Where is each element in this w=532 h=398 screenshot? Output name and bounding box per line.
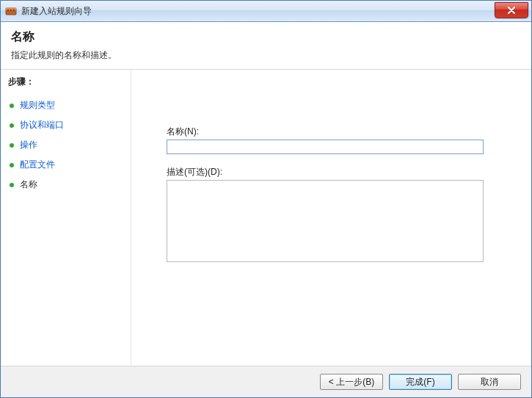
description-label: 描述(可选)(D): xyxy=(167,166,511,178)
main-panel: 名称(N): 描述(可选)(D): xyxy=(131,70,531,366)
titlebar: 新建入站规则向导 xyxy=(1,1,531,22)
finish-button[interactable]: 完成(F) xyxy=(389,374,452,390)
svg-rect-2 xyxy=(7,10,9,11)
steps-list: 规则类型 协议和端口 操作 配置文件 名称 xyxy=(8,95,123,195)
page-title: 名称 xyxy=(11,29,521,45)
step-label: 规则类型 xyxy=(20,99,55,112)
name-input[interactable] xyxy=(167,140,484,154)
wizard-body: 步骤： 规则类型 协议和端口 操作 配置文件 xyxy=(1,70,531,366)
back-button[interactable]: < 上一步(B) xyxy=(320,374,383,390)
name-label: 名称(N): xyxy=(167,126,511,138)
svg-rect-3 xyxy=(10,10,12,11)
step-rule-type[interactable]: 规则类型 xyxy=(8,95,123,115)
description-field-row: 描述(可选)(D): xyxy=(167,166,511,264)
wizard-header: 名称 指定此规则的名称和描述。 xyxy=(1,22,531,70)
close-button[interactable] xyxy=(495,2,528,18)
bullet-icon xyxy=(10,183,14,187)
step-action[interactable]: 操作 xyxy=(8,135,123,155)
steps-heading: 步骤： xyxy=(8,76,123,88)
close-icon xyxy=(507,5,516,16)
app-icon xyxy=(5,5,17,17)
step-label: 名称 xyxy=(20,178,37,191)
page-subtitle: 指定此规则的名称和描述。 xyxy=(11,49,521,62)
bullet-icon xyxy=(10,163,14,167)
step-protocol-port[interactable]: 协议和端口 xyxy=(8,115,123,135)
name-field-row: 名称(N): xyxy=(167,126,511,154)
step-name: 名称 xyxy=(8,175,123,195)
step-label: 操作 xyxy=(20,139,37,151)
bullet-icon xyxy=(10,143,14,148)
wizard-window: 新建入站规则向导 名称 指定此规则的名称和描述。 步骤： 规则类型 xyxy=(0,0,532,398)
description-textarea[interactable] xyxy=(167,180,484,262)
step-profile[interactable]: 配置文件 xyxy=(8,155,123,175)
wizard-footer: < 上一步(B) 完成(F) 取消 xyxy=(1,366,531,397)
sidebar: 步骤： 规则类型 协议和端口 操作 配置文件 xyxy=(1,70,131,366)
bullet-icon xyxy=(10,104,14,108)
step-label: 协议和端口 xyxy=(20,119,64,131)
svg-rect-4 xyxy=(13,10,15,11)
cancel-button[interactable]: 取消 xyxy=(458,374,521,390)
window-title: 新建入站规则向导 xyxy=(21,5,92,18)
step-label: 配置文件 xyxy=(20,159,55,171)
bullet-icon xyxy=(10,123,14,128)
